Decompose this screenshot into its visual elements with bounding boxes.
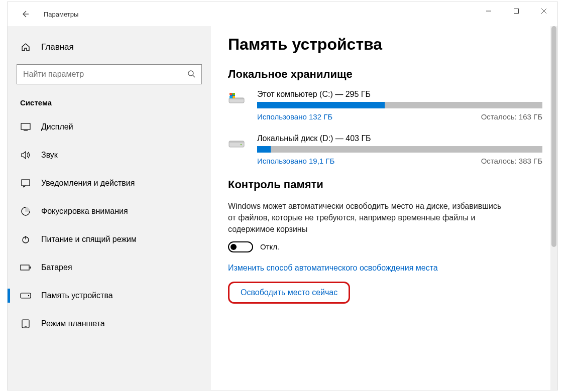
drive-c-title: Этот компьютер (C:) — 295 ГБ (257, 90, 542, 99)
svg-rect-23 (230, 96, 232, 98)
search-input-wrap[interactable] (17, 64, 202, 84)
focus-icon (20, 207, 31, 216)
minimize-button[interactable] (475, 2, 502, 20)
svg-rect-6 (21, 123, 30, 129)
sidebar-item-label: Уведомления и действия (41, 179, 135, 188)
sidebar-home[interactable]: Главная (8, 36, 211, 58)
drive-d-title: Локальный диск (D:) — 403 ГБ (257, 134, 542, 143)
svg-rect-1 (514, 9, 518, 14)
sidebar-section-label: Система (8, 84, 211, 112)
drive-c-bar (257, 102, 542, 108)
svg-rect-24 (233, 96, 235, 98)
highlighted-action: Освободить место сейчас (228, 282, 350, 304)
drive-d-icon (228, 134, 246, 165)
drive-c-used: Использовано 132 ГБ (257, 112, 332, 121)
svg-point-14 (28, 295, 29, 296)
storage-sense-description: Windows может автоматически освободить м… (228, 200, 509, 235)
sidebar-item-label: Память устройства (41, 291, 113, 300)
drive-row-c[interactable]: Этот компьютер (C:) — 295 ГБ Использован… (228, 90, 542, 121)
drive-d-free: Осталось: 383 ГБ (481, 157, 542, 165)
search-input[interactable] (23, 70, 187, 79)
home-icon (20, 43, 31, 52)
sidebar-item-tablet[interactable]: Режим планшета (8, 310, 211, 338)
drive-c-icon (228, 90, 246, 121)
drive-d-bar (257, 146, 542, 153)
tablet-icon (20, 319, 31, 328)
sidebar-item-label: Батарея (41, 263, 72, 272)
sidebar-item-display[interactable]: Дисплей (8, 113, 211, 141)
back-button[interactable] (19, 8, 32, 21)
svg-point-4 (188, 71, 193, 76)
sound-icon (20, 151, 31, 160)
drive-c-free: Осталось: 163 ГБ (481, 112, 542, 121)
sidebar-item-label: Фокусировка внимания (41, 207, 128, 216)
scrollbar[interactable] (550, 26, 557, 390)
window-title: Параметры (44, 11, 78, 18)
page-title: Память устройства (228, 35, 542, 54)
svg-point-27 (241, 144, 242, 146)
link-change-auto-free[interactable]: Изменить способ автоматического освобожд… (228, 264, 438, 273)
drive-row-d[interactable]: Локальный диск (D:) — 403 ГБ Использован… (228, 134, 542, 165)
sidebar-item-sound[interactable]: Звук (8, 141, 211, 169)
scrollbar-thumb[interactable] (551, 26, 556, 247)
sidebar-item-storage[interactable]: Память устройства (8, 282, 211, 310)
maximize-button[interactable] (502, 2, 530, 20)
sidebar-item-label: Питание и спящий режим (41, 235, 137, 244)
sidebar-item-battery[interactable]: Батарея (8, 253, 211, 282)
sidebar-item-label: Дисплей (41, 122, 73, 132)
svg-line-5 (193, 75, 195, 77)
display-icon (20, 123, 31, 131)
section-local-storage: Локальное хранилище (228, 68, 542, 81)
sidebar-item-label: Режим планшета (41, 319, 105, 328)
svg-rect-8 (22, 180, 30, 186)
svg-rect-22 (233, 93, 235, 95)
sidebar: Главная Система Дисплей Звук (8, 26, 211, 390)
svg-rect-21 (230, 93, 232, 95)
link-free-up-now[interactable]: Освободить место сейчас (241, 288, 337, 297)
svg-rect-12 (30, 267, 31, 269)
storage-icon (20, 293, 31, 299)
sidebar-item-focus[interactable]: Фокусировка внимания (8, 197, 211, 225)
sidebar-item-notifications[interactable]: Уведомления и действия (8, 169, 211, 197)
sidebar-home-label: Главная (41, 42, 74, 52)
power-icon (20, 235, 31, 244)
storage-sense-toggle-label: Откл. (260, 242, 279, 251)
section-storage-sense: Контроль памяти (228, 178, 542, 191)
notifications-icon (20, 179, 31, 188)
main-content: Память устройства Локальное хранилище (211, 26, 557, 390)
drive-d-used: Использовано 19,1 ГБ (257, 157, 334, 165)
battery-icon (20, 264, 31, 271)
search-icon (187, 70, 195, 79)
sidebar-item-power[interactable]: Питание и спящий режим (8, 225, 211, 253)
svg-rect-26 (229, 141, 244, 143)
storage-sense-toggle[interactable] (228, 241, 253, 252)
svg-rect-11 (21, 265, 29, 270)
close-button[interactable] (530, 2, 557, 20)
sidebar-item-label: Звук (41, 151, 58, 160)
